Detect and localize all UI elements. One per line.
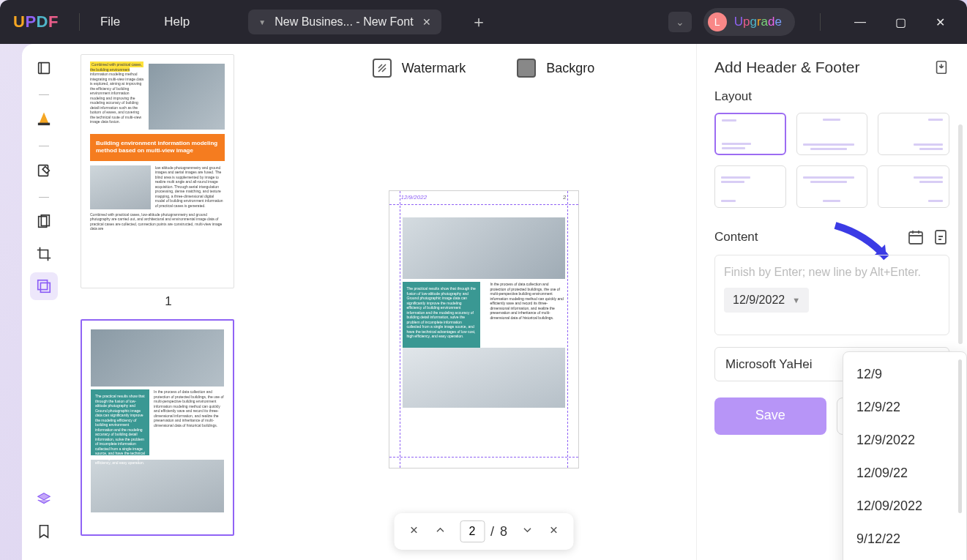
thumbnail-2[interactable]: The practical results show that through …: [81, 319, 234, 536]
svg-rect-6: [40, 283, 50, 292]
canvas: Watermark Backgro 12/9/2022 2 The practi…: [271, 44, 696, 560]
chevron-down-icon: ▼: [792, 296, 800, 305]
titlebar: UPDF File Help ▼ New Busines... - New Fo…: [0, 0, 967, 44]
layers-tool[interactable]: [30, 485, 58, 513]
new-tab-button[interactable]: ＋: [471, 11, 487, 33]
svg-rect-8: [909, 232, 922, 244]
svg-rect-5: [38, 280, 48, 290]
window-close-icon[interactable]: ✕: [927, 10, 954, 35]
last-page-button[interactable]: [547, 523, 560, 540]
app-logo: UPDF: [13, 12, 59, 31]
content-placeholder: Finish by Enter; new line by Alt+Enter.: [724, 264, 940, 280]
content-label: Content: [714, 230, 758, 244]
right-panel: Add Header & Footer Layout Content Finis…: [696, 44, 967, 560]
pager: / 8: [394, 513, 573, 550]
date-format-option[interactable]: 9/12/22: [843, 523, 966, 556]
page-indicator: / 8: [460, 520, 507, 542]
layout-option-6[interactable]: [878, 165, 949, 208]
divider: [79, 13, 80, 31]
document-preview: 12/9/2022 2 The practical results show t…: [389, 190, 579, 468]
page-number-icon[interactable]: [932, 228, 949, 246]
date-format-option[interactable]: 12/9/22: [843, 391, 966, 424]
edit-tool[interactable]: [30, 157, 58, 184]
date-chip-value: 12/9/2022: [733, 294, 785, 307]
layout-option-5[interactable]: [796, 165, 868, 208]
page-total: 8: [500, 524, 507, 540]
background-icon: [517, 59, 536, 78]
reader-tool[interactable]: [30, 54, 58, 82]
font-name: Microsoft YaHei: [725, 357, 812, 372]
canvas-toolbar: Watermark Backgro: [271, 59, 696, 78]
layout-option-2[interactable]: [796, 113, 868, 155]
background-button[interactable]: Backgro: [517, 59, 594, 78]
upgrade-button[interactable]: L Upgrade: [703, 8, 795, 36]
thumbnail-1-label: 1: [81, 294, 256, 309]
svg-rect-0: [39, 63, 50, 74]
tab-chevron-icon[interactable]: ▼: [258, 18, 266, 26]
next-page-button[interactable]: [520, 523, 534, 540]
preview-date-mark: 12/9/2022: [401, 194, 428, 201]
avatar: L: [708, 12, 727, 31]
date-format-option[interactable]: 12/09/2022: [843, 490, 966, 523]
left-toolbar: — — —: [22, 44, 66, 560]
layout-option-1[interactable]: [714, 113, 786, 155]
page-input[interactable]: [460, 520, 485, 542]
popup-scrollbar[interactable]: [958, 359, 962, 513]
watermark-icon: [373, 59, 392, 78]
panel-export-icon[interactable]: [933, 59, 949, 75]
date-format-option[interactable]: 9/12/2022: [843, 556, 966, 560]
divider: [820, 13, 821, 31]
date-format-option[interactable]: 12/09/22: [843, 457, 966, 490]
content-textarea[interactable]: Finish by Enter; new line by Alt+Enter. …: [714, 255, 949, 335]
date-format-popup: 12/9 12/9/22 12/9/2022 12/09/22 12/09/20…: [843, 351, 967, 560]
thumbnail-panel: Combined with practical cases, the build…: [66, 44, 271, 560]
layout-label: Layout: [714, 89, 949, 104]
separator: —: [39, 88, 49, 100]
svg-rect-9: [936, 231, 946, 244]
tabs-overflow-icon[interactable]: ⌄: [668, 12, 692, 32]
organize-tool[interactable]: [30, 208, 58, 236]
date-chip[interactable]: 12/9/2022 ▼: [724, 288, 809, 313]
page-sep: /: [490, 524, 494, 540]
date-format-option[interactable]: 12/9/2022: [843, 424, 966, 457]
window-maximize-icon[interactable]: ▢: [886, 10, 915, 35]
main-area: — — — Combined with practical cases, the…: [22, 44, 967, 560]
comment-tool[interactable]: [30, 105, 58, 133]
thumbnail-1[interactable]: Combined with practical cases, the build…: [81, 54, 234, 288]
thumb-card-title: Building environment information modelin…: [90, 134, 225, 161]
page-tools[interactable]: [30, 272, 58, 300]
crop-tool[interactable]: [30, 240, 58, 268]
layout-grid: [714, 113, 949, 208]
document-tab[interactable]: ▼ New Busines... - New Font ✕: [248, 10, 441, 34]
prev-page-button[interactable]: [433, 523, 447, 540]
date-icon[interactable]: [907, 228, 925, 246]
preview-page-number: 2: [563, 194, 566, 201]
upgrade-label: Upgrade: [734, 15, 782, 29]
background-label: Backgro: [546, 61, 594, 76]
window-minimize-icon[interactable]: —: [845, 10, 875, 34]
tab-close-icon[interactable]: ✕: [422, 16, 431, 28]
separator: —: [39, 139, 49, 151]
watermark-button[interactable]: Watermark: [373, 59, 466, 78]
watermark-label: Watermark: [402, 61, 466, 76]
date-format-option[interactable]: 12/9: [843, 358, 966, 391]
panel-title: Add Header & Footer: [714, 59, 859, 76]
tab-title: New Busines... - New Font: [275, 15, 413, 29]
bookmark-tool[interactable]: [30, 518, 58, 545]
first-page-button[interactable]: [407, 523, 420, 540]
save-button[interactable]: Save: [714, 397, 826, 435]
svg-rect-1: [39, 124, 50, 125]
scrollbar[interactable]: [958, 124, 963, 344]
separator: —: [39, 190, 49, 202]
layout-option-3[interactable]: [878, 113, 949, 155]
layout-option-4[interactable]: [714, 165, 786, 208]
menu-help[interactable]: Help: [164, 15, 190, 29]
menu-file[interactable]: File: [100, 15, 120, 29]
